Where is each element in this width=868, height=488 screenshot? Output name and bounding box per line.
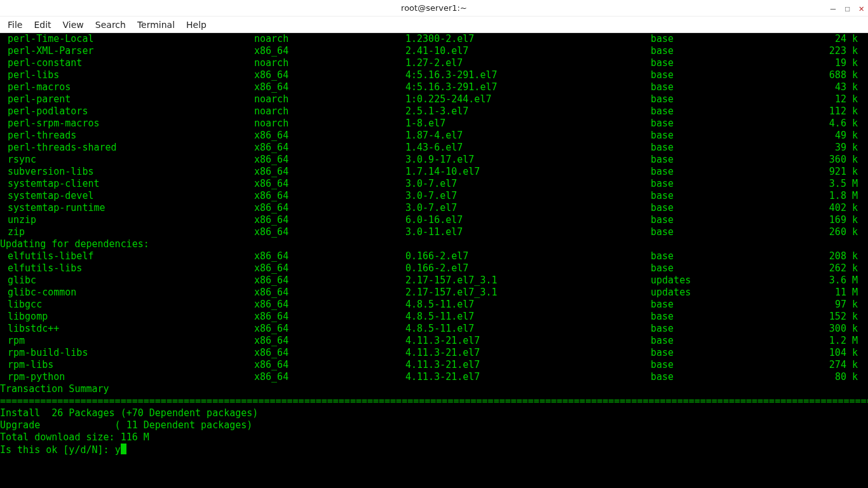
pkg-size: 49 k <box>798 130 868 142</box>
pkg-name: rpm-build-libs <box>0 347 254 359</box>
pkg-repo: base <box>651 118 798 130</box>
pkg-name: glibc-common <box>0 287 254 299</box>
window-title: root@server1:~ <box>401 3 467 13</box>
package-row: systemtap-develx86_643.0-7.el7base1.8 M <box>0 190 868 202</box>
pkg-size: 1.8 M <box>798 190 868 202</box>
package-row: perl-threadsx86_641.87-4.el7base49 k <box>0 130 868 142</box>
pkg-repo: base <box>651 311 798 323</box>
pkg-repo: base <box>651 202 798 214</box>
pkg-size: 43 k <box>798 81 868 93</box>
terminal-output[interactable]: perl-Time-Localnoarch1.2300-2.el7base24 … <box>0 33 868 488</box>
pkg-version: 4.11.3-21.el7 <box>405 371 651 383</box>
pkg-repo: base <box>651 347 798 359</box>
pkg-arch: x86_64 <box>254 166 405 178</box>
pkg-repo: updates <box>651 274 798 287</box>
prompt-input[interactable]: y <box>115 444 121 456</box>
pkg-version: 4.8.5-11.el7 <box>405 299 651 311</box>
pkg-version: 1.43-6.el7 <box>405 142 651 154</box>
package-row: rpmx86_644.11.3-21.el7base1.2 M <box>0 335 868 347</box>
package-row: perl-macrosx86_644:5.16.3-291.el7base43 … <box>0 81 868 93</box>
pkg-version: 4.8.5-11.el7 <box>405 311 651 323</box>
pkg-size: 274 k <box>798 359 868 371</box>
pkg-name: rpm-libs <box>0 359 254 371</box>
pkg-version: 1-8.el7 <box>405 118 651 130</box>
package-row: systemtap-runtimex86_643.0-7.el7base402 … <box>0 202 868 214</box>
menu-file[interactable]: File <box>8 20 22 30</box>
package-row: rsyncx86_643.0.9-17.el7base360 k <box>0 154 868 166</box>
install-summary-line: Install 26 Packages (+70 Dependent packa… <box>0 407 868 419</box>
pkg-size: 80 k <box>798 371 868 383</box>
pkg-arch: x86_64 <box>254 262 405 274</box>
pkg-name: perl-srpm-macros <box>0 118 254 130</box>
pkg-arch: x86_64 <box>254 178 405 190</box>
pkg-size: 208 k <box>798 250 868 262</box>
pkg-repo: base <box>651 335 798 347</box>
menu-terminal[interactable]: Terminal <box>137 20 175 30</box>
pkg-arch: x86_64 <box>254 81 405 93</box>
menu-search[interactable]: Search <box>95 20 126 30</box>
pkg-arch: x86_64 <box>254 287 405 299</box>
pkg-repo: updates <box>651 287 798 299</box>
pkg-version: 3.0-7.el7 <box>405 202 651 214</box>
pkg-version: 1:0.225-244.el7 <box>405 93 651 105</box>
pkg-size: 4.6 k <box>798 118 868 130</box>
pkg-name: perl-XML-Parser <box>0 45 254 57</box>
window-titlebar: root@server1:~ — ☐ ✕ <box>0 0 868 17</box>
menu-edit[interactable]: Edit <box>34 20 51 30</box>
pkg-arch: x86_64 <box>254 69 405 81</box>
pkg-version: 6.0-16.el7 <box>405 214 651 226</box>
cursor-icon <box>121 444 126 454</box>
pkg-version: 3.0.9-17.el7 <box>405 154 651 166</box>
pkg-version: 2.17-157.el7_3.1 <box>405 274 651 287</box>
pkg-arch: x86_64 <box>254 359 405 371</box>
pkg-arch: x86_64 <box>254 323 405 335</box>
pkg-arch: x86_64 <box>254 347 405 359</box>
package-row: glibc-commonx86_642.17-157.el7_3.1update… <box>0 287 868 299</box>
total-download-line: Total download size: 116 M <box>0 431 868 444</box>
pkg-arch: x86_64 <box>254 142 405 154</box>
pkg-size: 19 k <box>798 57 868 69</box>
pkg-arch: x86_64 <box>254 190 405 202</box>
package-row: elfutils-libelfx86_640.166-2.el7base208 … <box>0 250 868 262</box>
package-row: perl-srpm-macrosnoarch1-8.el7base4.6 k <box>0 118 868 130</box>
pkg-name: elfutils-libs <box>0 262 254 274</box>
pkg-arch: noarch <box>254 93 405 105</box>
pkg-size: 262 k <box>798 262 868 274</box>
close-icon[interactable]: ✕ <box>859 4 864 13</box>
transaction-summary-heading: Transaction Summary <box>0 383 868 395</box>
pkg-repo: base <box>651 45 798 57</box>
pkg-repo: base <box>651 323 798 335</box>
pkg-size: 11 M <box>798 287 868 299</box>
confirm-prompt[interactable]: Is this ok [y/d/N]: y <box>0 444 868 456</box>
pkg-repo: base <box>651 214 798 226</box>
package-row: unzipx86_646.0-16.el7base169 k <box>0 214 868 226</box>
pkg-size: 300 k <box>798 323 868 335</box>
pkg-name: libgomp <box>0 311 254 323</box>
minimize-icon[interactable]: — <box>831 4 836 13</box>
pkg-size: 104 k <box>798 347 868 359</box>
package-row: rpm-libsx86_644.11.3-21.el7base274 k <box>0 359 868 371</box>
maximize-icon[interactable]: ☐ <box>844 4 850 13</box>
pkg-size: 12 k <box>798 93 868 105</box>
pkg-repo: base <box>651 299 798 311</box>
menu-view[interactable]: View <box>63 20 84 30</box>
pkg-arch: noarch <box>254 33 405 45</box>
pkg-version: 4.11.3-21.el7 <box>405 359 651 371</box>
pkg-arch: x86_64 <box>254 250 405 262</box>
pkg-arch: x86_64 <box>254 299 405 311</box>
pkg-version: 2.5.1-3.el7 <box>405 105 651 118</box>
pkg-version: 1.27-2.el7 <box>405 57 651 69</box>
pkg-size: 3.5 M <box>798 178 868 190</box>
pkg-version: 4.11.3-21.el7 <box>405 347 651 359</box>
menu-help[interactable]: Help <box>186 20 207 30</box>
pkg-version: 3.0-7.el7 <box>405 178 651 190</box>
pkg-arch: noarch <box>254 118 405 130</box>
pkg-size: 39 k <box>798 142 868 154</box>
package-row: perl-XML-Parserx86_642.41-10.el7base223 … <box>0 45 868 57</box>
pkg-arch: x86_64 <box>254 154 405 166</box>
pkg-name: perl-podlators <box>0 105 254 118</box>
pkg-repo: base <box>651 250 798 262</box>
pkg-version: 3.0-11.el7 <box>405 226 651 238</box>
pkg-arch: x86_64 <box>254 274 405 287</box>
pkg-repo: base <box>651 142 798 154</box>
